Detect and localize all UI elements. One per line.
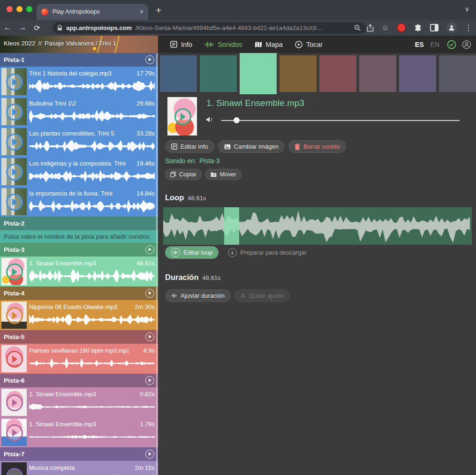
track-header-pista-3[interactable]: Pista-3	[0, 243, 158, 256]
tab-sonidos[interactable]: Sonidos	[204, 41, 242, 48]
track-play-button[interactable]	[145, 450, 154, 459]
clip-play-button[interactable]	[6, 307, 23, 324]
track-swatch-6[interactable]	[359, 55, 396, 92]
close-window-button[interactable]	[7, 6, 13, 12]
clip-play-button[interactable]	[6, 134, 23, 151]
loop-playhead[interactable]	[224, 207, 239, 245]
track-play-button[interactable]	[145, 289, 154, 298]
lang-en[interactable]: EN	[431, 41, 439, 48]
tab-close-icon[interactable]: ×	[140, 8, 144, 15]
profile-avatar[interactable]	[446, 23, 457, 33]
clip-play-button[interactable]	[6, 351, 23, 368]
clip-item[interactable]: Trini 1 historia del colegio.mp317.79s	[0, 67, 158, 97]
clip-title[interactable]: Palmas sevillanas 160 bpm mp3.mp3	[29, 347, 129, 354]
browser-menu-icon[interactable]: ⋮	[465, 23, 472, 32]
sidebar-scrollbar[interactable]	[156, 53, 158, 475]
copy-button[interactable]: Copiar	[165, 169, 202, 180]
track-header-pista-6[interactable]: Pista-6	[0, 374, 158, 387]
clip-title[interactable]: Trini 1 historia del colegio.mp3	[29, 70, 129, 77]
tab-tocar[interactable]: Tocar	[295, 41, 323, 48]
clip-item[interactable]: Bubulina Trini 1\229.68s	[0, 97, 158, 127]
account-icon[interactable]	[462, 40, 471, 49]
clip-title[interactable]: Bubulina Trini 1\2	[29, 100, 129, 107]
move-button[interactable]: Mover	[205, 169, 242, 180]
clip-title[interactable]: 1. Sinawi Ensemble.mp3	[29, 391, 129, 398]
clip-item[interactable]: 1. Sinawi Ensemble.mp30.82s	[0, 387, 158, 417]
clip-play-button[interactable]	[6, 194, 23, 211]
breadcrumb[interactable]: Kleos 2022//Pasaje Valvanera / Trini 1	[4, 40, 116, 47]
edit-loop-button[interactable]: Editar loop	[165, 246, 219, 259]
track-play-button[interactable]	[145, 55, 154, 64]
clip-thumbnail[interactable]	[1, 128, 27, 155]
play-sound-button[interactable]	[174, 108, 191, 125]
clip-thumbnail[interactable]	[1, 258, 27, 285]
browser-tab[interactable]: Play Antropoloops ×	[37, 4, 148, 20]
track-header-pista-5[interactable]: Pista-5	[0, 330, 158, 344]
clip-play-button[interactable]	[6, 424, 23, 441]
change-image-button[interactable]: Cambiar imágen	[218, 140, 285, 153]
clip-thumbnail[interactable]	[1, 188, 27, 215]
clip-thumbnail[interactable]	[1, 98, 27, 125]
track-header-pista-7[interactable]: Pista-7	[0, 447, 158, 461]
sound-image[interactable]	[167, 97, 197, 136]
volume-slider-thumb[interactable]	[234, 117, 240, 123]
clip-item[interactable]: Palmas sevillanas 160 bpm mp3.mp34.9s	[0, 344, 158, 374]
clip-thumbnail[interactable]	[1, 389, 27, 416]
adjust-duration-button[interactable]: Ajustar duración	[165, 289, 231, 302]
clip-title[interactable]: Nipponia 06 Esashi Oiwake.mp3	[29, 303, 129, 310]
address-bar[interactable]: app.antropoloops.com /Kleos-Santa-Marina…	[53, 22, 366, 34]
clip-title[interactable]: Las plantas comestibles. Trini 5	[29, 130, 129, 137]
minimize-window-button[interactable]	[16, 6, 23, 12]
track-header-pista-2[interactable]: Pista-2	[0, 217, 158, 230]
clip-title[interactable]: Los indigenas y la compostela. Trini	[29, 160, 129, 167]
clip-thumbnail[interactable]	[1, 419, 27, 446]
volume-slider[interactable]	[221, 120, 460, 121]
reload-button[interactable]: ⟳	[30, 23, 44, 32]
new-tab-button[interactable]: +	[156, 5, 161, 16]
clip-thumbnail[interactable]	[1, 68, 27, 95]
zoom-icon[interactable]	[354, 24, 361, 31]
delete-sound-button[interactable]: Borrar sonido	[288, 140, 346, 153]
clip-play-button[interactable]	[6, 104, 23, 121]
clip-item[interactable]: Musica completa2m 15s	[0, 461, 158, 475]
tab-mapa[interactable]: Mapa	[255, 41, 283, 48]
clip-item[interactable]: Las plantas comestibles. Trini 533.28s	[0, 127, 158, 157]
clip-item[interactable]: la importancia de la lluvia. Trini14.84s	[0, 187, 158, 217]
clip-thumbnail[interactable]	[1, 345, 27, 372]
edit-info-button[interactable]: Editar info	[165, 140, 214, 153]
side-panel-icon[interactable]	[430, 24, 438, 31]
clip-play-button[interactable]	[6, 394, 23, 411]
track-header-pista-4[interactable]: Pista-4	[0, 287, 158, 300]
track-swatch-3[interactable]	[240, 53, 277, 94]
track-swatch-4[interactable]	[280, 55, 317, 92]
share-icon[interactable]	[367, 24, 374, 32]
clip-play-button[interactable]	[6, 468, 23, 475]
bookmark-star-icon[interactable]: ☆	[382, 23, 389, 33]
remove-adjust-button[interactable]: Quitar ajuste	[234, 289, 290, 302]
forward-button[interactable]: →	[15, 23, 30, 32]
clip-thumbnail[interactable]	[1, 158, 27, 185]
prepare-download-button[interactable]: Preparar para descargar	[222, 247, 312, 258]
project-map-banner[interactable]: Kleos 2022//Pasaje Valvanera / Trini 1	[0, 36, 158, 53]
track-swatch-2[interactable]	[200, 55, 237, 92]
lang-es[interactable]: ES	[415, 41, 424, 48]
track-play-button[interactable]	[145, 376, 154, 385]
track-play-button[interactable]	[145, 245, 154, 254]
maximize-window-button[interactable]	[26, 6, 32, 12]
clip-title[interactable]: Musica completa	[29, 464, 129, 471]
breadcrumb-path[interactable]: Pasaje Valvanera / Trini 1	[45, 40, 116, 47]
clip-play-button[interactable]	[6, 74, 23, 90]
loop-waveform-panel[interactable]	[163, 207, 472, 245]
clip-title[interactable]: 1. Sinawi Ensemble.mp3	[29, 260, 129, 267]
clip-title[interactable]: la importancia de la lluvia. Trini	[29, 190, 129, 197]
track-swatch-7[interactable]	[399, 55, 436, 92]
clip-thumbnail[interactable]	[1, 462, 27, 475]
track-swatch-1[interactable]	[160, 55, 197, 92]
extensions-puzzle-icon[interactable]	[414, 24, 422, 32]
track-header-pista-1[interactable]: Pista-1	[0, 53, 158, 67]
clip-thumbnail[interactable]	[1, 302, 27, 329]
record-extension-icon[interactable]	[397, 23, 406, 32]
clip-play-button[interactable]	[6, 164, 23, 181]
sound-in-track-link[interactable]: Pista-3	[199, 157, 220, 165]
clip-item[interactable]: Los indigenas y la compostela. Trini19.4…	[0, 157, 158, 187]
